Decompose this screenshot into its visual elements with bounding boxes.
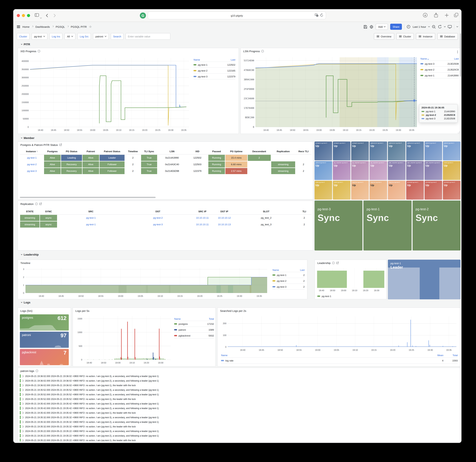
panel-title[interactable]: Leadership (317, 261, 331, 264)
status-tile[interactable]: patroni pg-test-3Up (314, 161, 332, 180)
status-tile[interactable]: haproxy pg-test-1Up (370, 181, 387, 200)
status-tile[interactable]: pgb_exporter pg-test-3Up (406, 161, 424, 180)
expand-chevron-icon[interactable]: ❯ (22, 389, 24, 391)
expand-chevron-icon[interactable]: ❯ (22, 393, 24, 395)
leadership-legend[interactable]: pg-test-1 (317, 295, 331, 298)
expand-chevron-icon[interactable]: ❯ (22, 379, 24, 382)
status-tile[interactable]: postgres pg-test-2Up (351, 142, 369, 160)
log-line[interactable]: ❯2024-05-21 19:35:32.000 2024-05-21 19:3… (20, 420, 458, 424)
add-button[interactable]: Add (376, 24, 388, 30)
table-header[interactable]: LSN (157, 148, 187, 154)
status-tile[interactable]: pgbouncer pg-test-1Up (370, 142, 387, 160)
sync-tile[interactable]: pg-test-3Sync (314, 201, 363, 251)
info-icon[interactable]: i (35, 203, 38, 205)
panel-title[interactable]: LSN Progress (243, 50, 260, 53)
share-icon[interactable] (434, 13, 438, 17)
table-cell-link[interactable]: pg-test-3 (20, 168, 43, 174)
settings-gear-icon[interactable] (370, 25, 373, 29)
table-header[interactable]: Instance ↑ (20, 148, 44, 154)
status-tile[interactable]: pgb_exporter pg-test-2Up (425, 161, 442, 180)
new-tab-icon[interactable] (445, 13, 449, 17)
log-count-tile[interactable]: pgbackrest7 (20, 349, 69, 365)
table-header[interactable]: PG Uptime (225, 148, 247, 154)
expand-chevron-icon[interactable]: ❯ (22, 384, 24, 386)
reload-icon[interactable] (320, 14, 323, 17)
status-tile[interactable]: postgres pg-test-1Up (333, 142, 350, 160)
log-line[interactable]: ❯2024-05-21 19:35:52.000 2024-05-21 19:3… (20, 388, 458, 392)
status-tile[interactable]: haproxy pg-test-3Up (351, 181, 369, 200)
sidebar-chevron-icon[interactable] (40, 15, 42, 19)
forward-button[interactable] (53, 14, 56, 17)
translate-icon[interactable]: A文 (315, 14, 318, 17)
log-line[interactable]: ❯2024-05-21 19:35:32.000 2024-05-21 19:3… (20, 425, 458, 428)
legend-series-name[interactable]: pg-test-1 (425, 74, 448, 77)
legend-header-value[interactable]: Last (454, 57, 459, 60)
close-window-button[interactable] (17, 14, 20, 17)
status-tile[interactable]: node pg-test-2Up (314, 181, 332, 200)
save-dashboard-icon[interactable] (363, 25, 367, 29)
table-cell-link[interactable]: 10.10.10.11 (192, 221, 213, 227)
external-link-icon[interactable] (59, 143, 62, 146)
breadcrumb-pgsql[interactable]: PGSQL (56, 25, 65, 28)
log-line[interactable]: ❯2024-05-21 19:35:32.000 2024-05-21 19:3… (20, 416, 458, 419)
expand-chevron-icon[interactable]: ❯ (22, 425, 24, 428)
minimize-window-button[interactable] (22, 14, 25, 17)
back-button[interactable] (46, 14, 48, 17)
table-cell-link[interactable]: pg-test-1 (20, 155, 43, 161)
section-pitr[interactable]: PITR (21, 43, 30, 46)
expand-chevron-icon[interactable]: ❯ (22, 375, 24, 377)
panel-title[interactable]: Logs per 5s (75, 309, 89, 312)
table-cell-link[interactable]: 10.10.10.12 (214, 215, 235, 221)
panel-title[interactable]: XID Progress (20, 50, 36, 53)
breadcrumb-home[interactable]: Home (22, 25, 30, 28)
log-line[interactable]: ❯2024-05-21 19:36:02.000 2024-05-21 19:3… (20, 374, 458, 378)
expand-chevron-icon[interactable]: ❯ (22, 430, 24, 432)
status-tile[interactable]: pgbouncer pg-test-2Up (406, 142, 424, 160)
legend-header-value[interactable]: Last (231, 58, 235, 61)
log-line[interactable]: ❯2024-05-21 19:36:02.000 2024-05-21 19:3… (20, 379, 458, 382)
search-variable-input[interactable] (126, 33, 170, 40)
status-tile[interactable]: node pg-test-1Up (333, 181, 350, 200)
view-button-cluster[interactable]: Cluster (396, 33, 414, 40)
status-tile[interactable]: haproxy pg-test-2Up (388, 181, 406, 200)
view-button-instance[interactable]: Instance (416, 33, 435, 40)
table-header[interactable]: TLI Sync (141, 148, 157, 154)
table-header[interactable]: Postgres (44, 148, 61, 154)
panel-title[interactable]: Replication (20, 202, 34, 205)
log-line[interactable]: ❯2024-05-21 19:35:42.000 2024-05-21 19:3… (20, 411, 458, 414)
legend-series-name[interactable]: pgbackrest (178, 334, 209, 337)
expand-chevron-icon[interactable]: ❯ (22, 439, 24, 441)
table-header[interactable]: STATE (20, 209, 40, 214)
panel-title[interactable]: patroni logs (20, 369, 34, 372)
log-line[interactable]: ❯2024-05-21 19:36:02.000 2024-05-21 19:3… (20, 384, 458, 387)
view-button-overview[interactable]: Overview (374, 33, 394, 40)
table-cell-link[interactable]: pg-test-1 (58, 221, 124, 227)
legend-series-name[interactable]: pg-test-3 (277, 285, 303, 288)
table-header[interactable]: Replication (271, 148, 296, 154)
leader-treemap-tile[interactable]: pg-test-1 Leader (388, 260, 460, 299)
status-tile[interactable]: promtail pg-test-3Up (443, 181, 460, 200)
external-link-icon[interactable] (336, 262, 339, 264)
table-cell-link[interactable]: pg-test-2 (20, 161, 43, 168)
table-header[interactable]: Descendant (247, 148, 271, 154)
panel-resize-handle[interactable] (458, 131, 460, 133)
panel-menu-icon[interactable] (457, 50, 458, 54)
time-range-caret-icon[interactable] (428, 25, 430, 27)
expand-chevron-icon[interactable]: ❯ (22, 416, 24, 418)
expand-chevron-icon[interactable]: ❯ (22, 398, 24, 400)
log-count-tile[interactable]: patroni97 (20, 332, 69, 348)
table-cell-link[interactable]: 10.10.10.11 (192, 215, 213, 221)
panel-title[interactable]: Logs (5m) (20, 309, 33, 312)
legend-series-name[interactable]: pg-test-1 (277, 274, 303, 276)
log-count-tile[interactable]: postgres612 (20, 314, 69, 331)
legend-series-name[interactable]: postgres (178, 322, 207, 325)
info-icon[interactable]: i (261, 50, 264, 52)
status-tile[interactable]: pg_exporter pg-test-1Up (351, 161, 369, 180)
table-header[interactable]: PG Status (61, 148, 82, 154)
legend-header-name[interactable]: Name (272, 269, 300, 271)
expand-chevron-icon[interactable]: ❯ (22, 402, 24, 405)
external-link-icon[interactable] (39, 203, 42, 205)
table-header[interactable]: SRC IP (191, 209, 213, 214)
menu-icon[interactable] (17, 25, 20, 29)
page-scrollbar[interactable] (460, 33, 461, 77)
